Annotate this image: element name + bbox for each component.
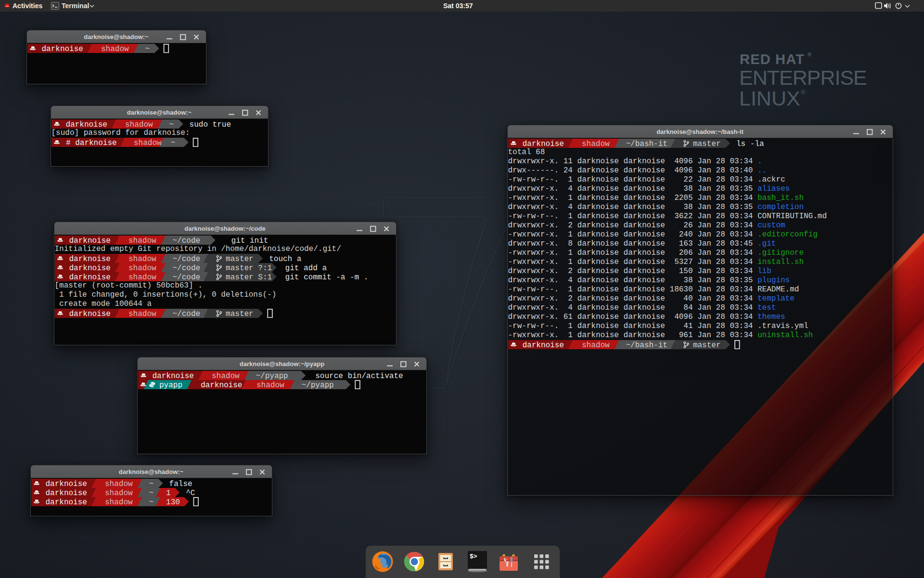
svg-text:shadow: shadow — [257, 381, 284, 389]
svg-text:~/code: ~/code — [172, 236, 200, 245]
svg-text:darknoise: darknoise — [153, 372, 194, 380]
svg-text:darknoise: darknoise — [41, 45, 83, 53]
svg-text:darknoise: darknoise — [522, 140, 564, 148]
svg-text:shadow: shadow — [105, 480, 133, 488]
svg-text:darknoise: darknoise — [69, 236, 110, 245]
svg-text:~: ~ — [149, 489, 154, 497]
svg-text:git add a: git add a — [285, 264, 327, 272]
svg-text:130: 130 — [166, 498, 180, 506]
svg-text:shadow: shadow — [128, 273, 156, 281]
svg-text:false: false — [169, 480, 192, 488]
svg-text:# darknoise: # darknoise — [66, 139, 117, 147]
svg-text:~/pyapp: ~/pyapp — [256, 372, 288, 380]
svg-text:darknoise: darknoise — [522, 341, 564, 349]
svg-text:shadow: shadow — [134, 139, 162, 147]
svg-text:darknoise: darknoise — [69, 310, 110, 318]
svg-text:~/pyapp: ~/pyapp — [302, 381, 334, 389]
svg-text:~/code: ~/code — [172, 310, 200, 318]
svg-text:darknoise: darknoise — [69, 273, 110, 281]
svg-text:git init: git init — [231, 236, 268, 245]
svg-text:^C: ^C — [186, 489, 195, 497]
svg-text:shadow: shadow — [128, 264, 156, 272]
svg-text:darknoise: darknoise — [69, 255, 110, 263]
svg-text:~/code: ~/code — [172, 273, 200, 281]
svg-text:LINUX: LINUX — [739, 87, 800, 110]
svg-text:darknoise: darknoise — [65, 120, 107, 129]
svg-text:shadow: shadow — [101, 45, 129, 53]
svg-text:darknoise: darknoise — [201, 381, 242, 389]
svg-text:darknoise: darknoise — [69, 264, 110, 272]
svg-text:git commit -a -m .: git commit -a -m . — [285, 273, 368, 281]
svg-text:master: master — [226, 255, 254, 263]
svg-text:master: master — [693, 140, 720, 148]
svg-text:~: ~ — [149, 498, 154, 506]
svg-text:darknoise: darknoise — [45, 498, 87, 506]
svg-text:~/code: ~/code — [172, 255, 200, 263]
svg-text:®: ® — [801, 89, 806, 96]
svg-text:~: ~ — [149, 480, 154, 488]
svg-text:shadow: shadow — [582, 341, 610, 349]
svg-text:sudo true: sudo true — [189, 120, 231, 129]
svg-text:~/code: ~/code — [172, 264, 200, 272]
svg-text:shadow: shadow — [128, 310, 156, 318]
svg-text:~: ~ — [145, 45, 150, 53]
svg-text:~: ~ — [169, 120, 174, 129]
svg-text:darknoise: darknoise — [45, 489, 87, 497]
svg-text:shadow: shadow — [105, 489, 133, 497]
svg-text:shadow: shadow — [128, 236, 156, 245]
svg-text:shadow: shadow — [582, 140, 610, 148]
svg-text:ls -la: ls -la — [736, 140, 764, 148]
svg-text:darknoise: darknoise — [45, 480, 87, 488]
svg-text:~/bash-it: ~/bash-it — [626, 140, 667, 148]
svg-text:®: ® — [808, 52, 811, 57]
svg-text:$>: $> — [470, 553, 477, 560]
svg-text:master: master — [693, 341, 720, 349]
svg-text:RED HAT: RED HAT — [740, 52, 805, 67]
svg-text:master: master — [226, 310, 254, 318]
svg-text:shadow: shadow — [105, 498, 133, 506]
svg-text:shadow: shadow — [125, 120, 153, 129]
svg-text:shadow: shadow — [212, 372, 240, 380]
svg-text:touch a: touch a — [269, 255, 302, 263]
svg-text:pyapp: pyapp — [159, 381, 182, 389]
svg-text:shadow: shadow — [128, 255, 156, 263]
svg-text:ENTERPRISE: ENTERPRISE — [739, 66, 867, 89]
svg-text:~: ~ — [170, 139, 175, 147]
svg-text:1: 1 — [166, 489, 171, 497]
svg-text:master S:1: master S:1 — [226, 273, 272, 281]
svg-text:master ?:1: master ?:1 — [226, 264, 272, 272]
svg-text:source bin/activate: source bin/activate — [315, 372, 403, 380]
svg-text:~/bash-it: ~/bash-it — [626, 341, 667, 349]
